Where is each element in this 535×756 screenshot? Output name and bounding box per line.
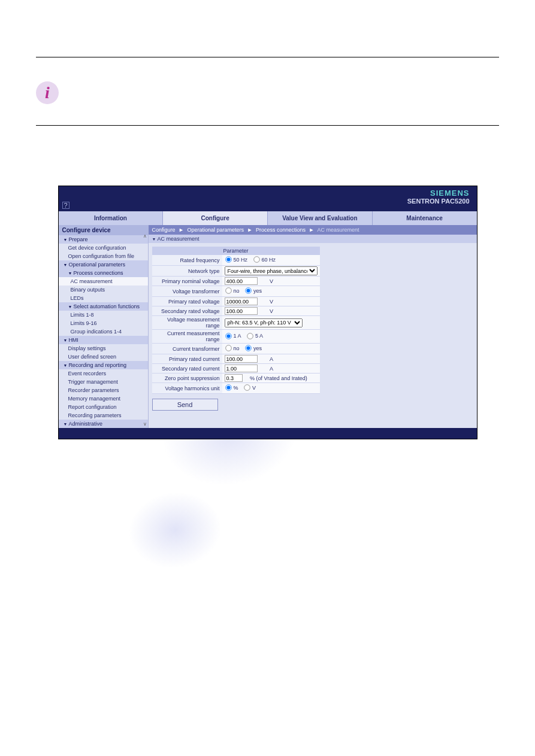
breadcrumb-current: AC measurement (318, 227, 359, 233)
radio-60hz[interactable]: 60 Hz (253, 256, 276, 263)
send-button[interactable]: Send (152, 399, 218, 411)
sidebar-item-get-config[interactable]: Get device configuration (59, 244, 148, 252)
sidebar-item-leds[interactable]: LEDs (59, 294, 148, 302)
label-v-meas-range: Voltage measurement range (152, 316, 222, 330)
breadcrumb-process-conn[interactable]: Process connections (256, 227, 306, 233)
sidebar-item-recorder-params[interactable]: Recorder parameters (59, 386, 148, 394)
radio-1a[interactable]: 1 A (225, 332, 241, 340)
breadcrumb-configure[interactable]: Configure (152, 227, 176, 233)
parameter-table: Parameter Rated frequency 50 Hz 60 Hz Ne… (152, 247, 320, 394)
label-c-meas-range: Current measurement range (152, 330, 222, 344)
scroll-down-icon[interactable]: ∨ (143, 421, 147, 427)
breadcrumb-op-params[interactable]: Operational parameters (187, 227, 244, 233)
input-prim-nom-v[interactable] (225, 277, 258, 285)
label-network-type: Network type (152, 266, 222, 277)
input-sec-rated-c[interactable] (225, 365, 258, 372)
sidebar-group-rec-rep[interactable]: Recording and reporting (59, 361, 148, 369)
radio-5a[interactable]: 5 A (246, 332, 263, 340)
divider-top (36, 57, 499, 57)
scroll-up-icon[interactable]: ∧ (143, 233, 147, 239)
label-prim-rated-c: Primary rated current (152, 354, 222, 364)
sidebar-item-recording-params[interactable]: Recording parameters (59, 411, 148, 420)
brand-bar: ? SIEMENS SENTRON PAC5200 (59, 186, 477, 211)
brand-model: SENTRON PAC5200 (407, 198, 470, 205)
sidebar-item-limits-1-8[interactable]: Limits 1-8 (59, 311, 148, 319)
tab-information[interactable]: Information (59, 211, 164, 225)
divider-mid (36, 125, 499, 126)
sidebar-item-event-rec[interactable]: Event recorders (59, 369, 148, 378)
label-zero-point: Zero point suppression (152, 374, 222, 383)
sidebar-item-open-config[interactable]: Open configuration from file (59, 252, 148, 260)
help-icon[interactable]: ? (62, 202, 69, 209)
sidebar-group-prepare[interactable]: Prepare (59, 235, 148, 244)
unit-prim-nom-v: V (259, 278, 273, 284)
sidebar-item-binary-outputs[interactable]: Binary outputs (59, 286, 148, 294)
sidebar-group-process-conn[interactable]: Process connections (59, 269, 148, 277)
sidebar-item-limits-9-16[interactable]: Limits 9-16 (59, 319, 148, 327)
sidebar-group-op-params[interactable]: Operational parameters (59, 260, 148, 269)
sidebar-group-admin[interactable]: Administrative (59, 420, 148, 428)
footer-bar (59, 428, 477, 439)
brand-company: SIEMENS (407, 189, 470, 198)
unit-prim-rated-c: A (259, 356, 273, 362)
sidebar-item-report-config[interactable]: Report configuration (59, 403, 148, 411)
input-prim-rated-v[interactable] (225, 297, 258, 305)
label-prim-rated-v: Primary rated voltage (152, 297, 222, 306)
unit-prim-rated-v: V (259, 299, 273, 305)
label-rated-freq: Rated frequency (152, 255, 222, 266)
sidebar-item-memory-mgmt[interactable]: Memory management (59, 394, 148, 403)
radio-ct-yes[interactable]: yes (244, 344, 262, 352)
sidebar-group-select-auto[interactable]: Select automation functions (59, 302, 148, 311)
unit-sec-rated-v: V (259, 308, 273, 314)
input-zero-point[interactable] (225, 374, 243, 382)
select-v-meas-range[interactable]: ph-N: 63.5 V, ph-ph: 110 V (225, 318, 303, 327)
tab-value-view[interactable]: Value View and Evaluation (268, 211, 373, 225)
select-network-type[interactable]: Four-wire, three phase, unbalanced (225, 266, 318, 275)
radio-harm-v[interactable]: V (243, 384, 256, 391)
label-volt-trans: Voltage transformer (152, 286, 222, 297)
radio-harm-pct[interactable]: % (225, 384, 238, 391)
unit-sec-rated-c: A (259, 366, 273, 372)
main-tabs: Information Configure Value View and Eva… (59, 211, 477, 225)
sidebar-item-display-settings[interactable]: Display settings (59, 344, 148, 353)
unit-zero-point: % (of Vrated and Irated) (244, 375, 307, 381)
sidebar: Configure device ∧ Prepare Get device co… (59, 225, 149, 428)
radio-vt-yes[interactable]: yes (244, 287, 262, 294)
radio-ct-no[interactable]: no (225, 344, 240, 352)
sidebar-item-group-ind[interactable]: Group indications 1-4 (59, 327, 148, 336)
sidebar-title: Configure device (59, 225, 148, 235)
param-header: Parameter (152, 247, 320, 255)
sidebar-item-user-screen[interactable]: User defined screen (59, 353, 148, 361)
info-icon: i (36, 81, 59, 104)
radio-vt-no[interactable]: no (225, 287, 240, 294)
label-v-harm-unit: Voltage harmonics unit (152, 383, 222, 394)
label-sec-rated-c: Secondary rated current (152, 364, 222, 374)
input-sec-rated-v[interactable] (225, 307, 258, 315)
tab-maintenance[interactable]: Maintenance (373, 211, 477, 225)
app-window: ? SIEMENS SENTRON PAC5200 Information Co… (58, 186, 477, 439)
section-header[interactable]: AC measurement (149, 235, 477, 243)
label-curr-trans: Current transformer (152, 344, 222, 354)
main-panel: Configure ► Operational parameters ► Pro… (149, 225, 477, 428)
breadcrumb: Configure ► Operational parameters ► Pro… (149, 225, 477, 235)
label-prim-nom-v: Primary nominal voltage (152, 277, 222, 286)
input-prim-rated-c[interactable] (225, 355, 258, 363)
sidebar-item-trigger-mgmt[interactable]: Trigger management (59, 378, 148, 386)
radio-50hz[interactable]: 50 Hz (225, 256, 248, 263)
label-sec-rated-v: Secondary rated voltage (152, 306, 222, 316)
sidebar-item-ac-measurement[interactable]: AC measurement (59, 277, 148, 286)
tab-configure[interactable]: Configure (163, 211, 268, 225)
sidebar-group-hmi[interactable]: HMI (59, 336, 148, 344)
